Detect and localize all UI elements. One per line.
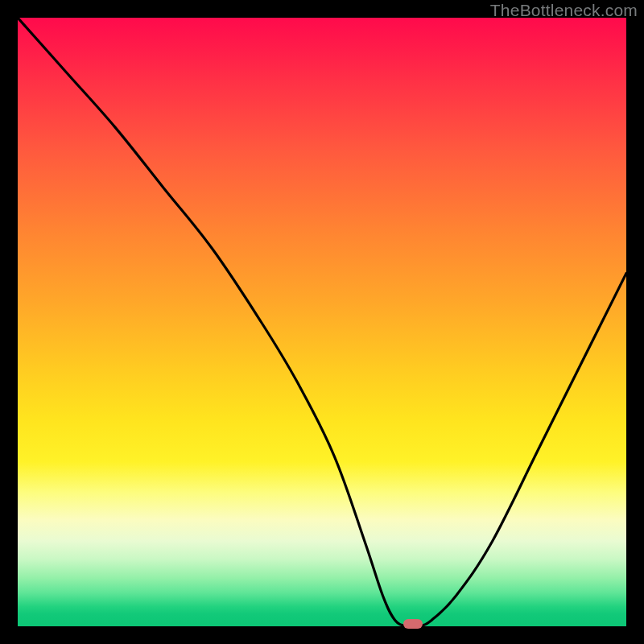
chart-plot-area bbox=[18, 18, 626, 626]
bottleneck-curve bbox=[18, 18, 626, 626]
chart-frame: TheBottleneck.com bbox=[0, 0, 644, 644]
curve-path bbox=[18, 18, 626, 626]
optimal-point-marker bbox=[403, 619, 423, 629]
